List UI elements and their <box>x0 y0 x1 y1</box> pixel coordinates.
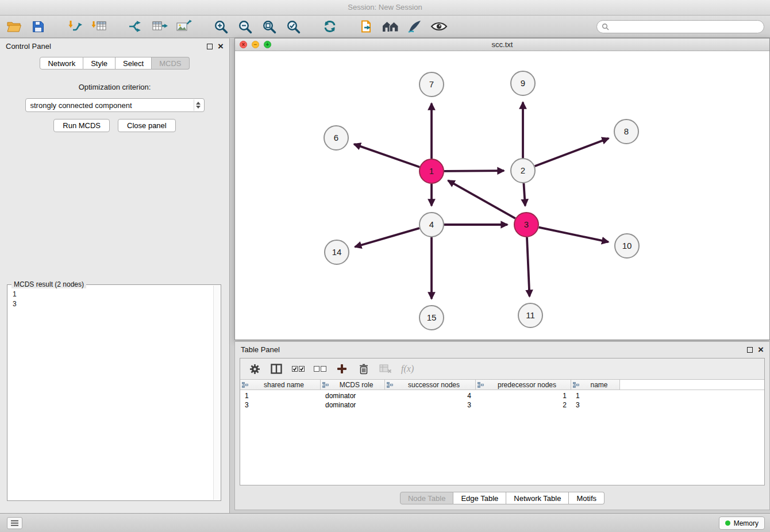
apply-style-brush-icon[interactable] <box>405 17 425 36</box>
panel-menu-icon[interactable] <box>7 517 22 529</box>
table-settings-gear-icon[interactable] <box>245 360 264 377</box>
tab-network-table[interactable]: Network Table <box>506 492 569 504</box>
minimize-window-icon[interactable]: − <box>252 41 259 48</box>
tab-edge-table[interactable]: Edge Table <box>453 492 506 504</box>
import-table-icon[interactable] <box>88 17 109 36</box>
export-network-icon[interactable] <box>125 17 146 36</box>
memory-button-label: Memory <box>734 519 759 527</box>
import-network-icon[interactable] <box>64 17 85 36</box>
table-toolbar: f(x) <box>240 358 764 380</box>
graph-node-6[interactable]: 6 <box>324 126 348 150</box>
column-header-predecessor-nodes[interactable]: predecessor nodes <box>476 380 571 390</box>
table-row[interactable]: 3dominator323 <box>240 400 764 410</box>
select-all-icon[interactable] <box>288 360 308 377</box>
control-panel: Control Panel × Network Style Select MCD… <box>0 38 230 513</box>
tab-motifs[interactable]: Motifs <box>569 492 605 504</box>
table-panel-close-icon[interactable]: × <box>758 346 764 354</box>
memory-button[interactable]: Memory <box>719 516 765 530</box>
tab-mcds[interactable]: MCDS <box>152 57 189 70</box>
node-label: 11 <box>526 310 535 320</box>
zoom-out-icon[interactable] <box>234 17 255 36</box>
table-cell: dominator <box>321 391 385 400</box>
column-header-label: name <box>580 381 618 389</box>
open-session-icon[interactable] <box>3 17 24 36</box>
network-view-window: × − + scc.txt 7968124314101511 <box>234 38 770 340</box>
mcds-result-box: MCDS result (2 nodes) 13 <box>7 284 221 501</box>
memory-status-dot <box>725 521 730 526</box>
search-icon <box>602 23 609 30</box>
graph-node-9[interactable]: 9 <box>511 71 535 95</box>
node-label: 15 <box>427 313 437 322</box>
network-window-title: scc.txt <box>492 40 513 49</box>
window-title: Session: New Session <box>348 3 422 11</box>
zoom-fit-icon[interactable] <box>259 17 279 36</box>
table-body: 1dominator4113dominator323 <box>240 390 764 485</box>
search-input[interactable] <box>612 22 759 31</box>
edge-1-to-6[interactable] <box>354 144 419 167</box>
node-label: 10 <box>622 241 632 250</box>
graph-node-2[interactable]: 2 <box>511 159 535 183</box>
export-table-icon[interactable] <box>149 17 170 36</box>
search-field[interactable] <box>596 20 764 33</box>
graph-node-11[interactable]: 11 <box>518 303 542 327</box>
column-selector-icon[interactable] <box>267 360 286 377</box>
graph-node-3[interactable]: 3 <box>514 213 538 237</box>
delete-table-icon <box>376 360 395 377</box>
titlebar: Session: New Session <box>0 0 770 16</box>
graph-node-15[interactable]: 15 <box>419 306 444 330</box>
graph-node-7[interactable]: 7 <box>419 72 444 97</box>
graph-node-1[interactable]: 1 <box>419 159 444 183</box>
table-panel-float-icon[interactable] <box>747 347 753 353</box>
add-row-icon[interactable] <box>332 360 352 377</box>
delete-row-icon[interactable] <box>354 360 374 377</box>
zoom-window-icon[interactable]: + <box>264 41 271 48</box>
graph-node-4[interactable]: 4 <box>419 213 444 237</box>
table-panel: Table Panel × <box>234 341 770 510</box>
column-header-successor-nodes[interactable]: successor nodes <box>385 380 476 390</box>
cybrowser-home-icon[interactable] <box>380 17 401 36</box>
control-panel-tabs: Network Style Select MCDS <box>0 57 229 70</box>
edge-2-to-8[interactable] <box>535 138 609 167</box>
edge-1-to-2[interactable] <box>444 171 504 171</box>
tab-node-table[interactable]: Node Table <box>400 492 454 504</box>
edge-3-to-11[interactable] <box>527 237 530 296</box>
column-header-name[interactable]: name <box>571 380 620 390</box>
column-header-shared-name[interactable]: shared name <box>240 380 321 390</box>
main-toolbar <box>0 16 770 38</box>
graph-node-8[interactable]: 8 <box>614 119 638 144</box>
edge-4-to-14[interactable] <box>355 228 419 247</box>
node-table-container: f(x) shared nameMCDS rolesuccessor nodes… <box>240 358 765 485</box>
duplicate-network-icon[interactable] <box>356 17 377 36</box>
close-panel-button[interactable]: Close panel <box>118 119 176 132</box>
deselect-all-icon[interactable] <box>310 360 330 377</box>
close-window-icon[interactable]: × <box>240 41 247 48</box>
column-header-label: shared name <box>249 381 318 389</box>
node-label: 8 <box>624 126 629 136</box>
graph-node-14[interactable]: 14 <box>325 240 349 264</box>
tab-style[interactable]: Style <box>83 57 116 70</box>
tab-network[interactable]: Network <box>40 57 83 70</box>
window-controls: × − + <box>240 41 271 48</box>
criterion-dropdown[interactable]: strongly connected component <box>25 98 205 112</box>
column-tree-icon <box>478 382 484 388</box>
export-image-icon[interactable] <box>174 17 194 36</box>
show-graphics-details-eye-icon[interactable] <box>429 17 449 36</box>
network-window-titlebar[interactable]: × − + scc.txt <box>235 38 769 51</box>
edge-3-to-1[interactable] <box>448 180 515 218</box>
graph-node-10[interactable]: 10 <box>615 234 639 258</box>
run-mcds-button[interactable]: Run MCDS <box>53 119 110 132</box>
result-scrollbar[interactable] <box>213 286 220 500</box>
zoom-in-icon[interactable] <box>210 17 231 36</box>
network-canvas[interactable]: 7968124314101511 <box>235 51 769 340</box>
control-panel-close-icon[interactable]: × <box>218 43 224 51</box>
save-session-icon[interactable] <box>28 17 48 36</box>
edge-2-to-3[interactable] <box>523 183 525 206</box>
node-label: 2 <box>521 165 525 175</box>
control-panel-float-icon[interactable] <box>207 44 213 49</box>
refresh-view-icon[interactable] <box>319 17 340 36</box>
column-header-MCDS-role[interactable]: MCDS role <box>321 380 385 390</box>
zoom-selected-icon[interactable] <box>283 17 303 36</box>
edge-3-to-10[interactable] <box>539 228 609 242</box>
tab-select[interactable]: Select <box>116 57 152 70</box>
table-row[interactable]: 1dominator411 <box>240 391 764 400</box>
